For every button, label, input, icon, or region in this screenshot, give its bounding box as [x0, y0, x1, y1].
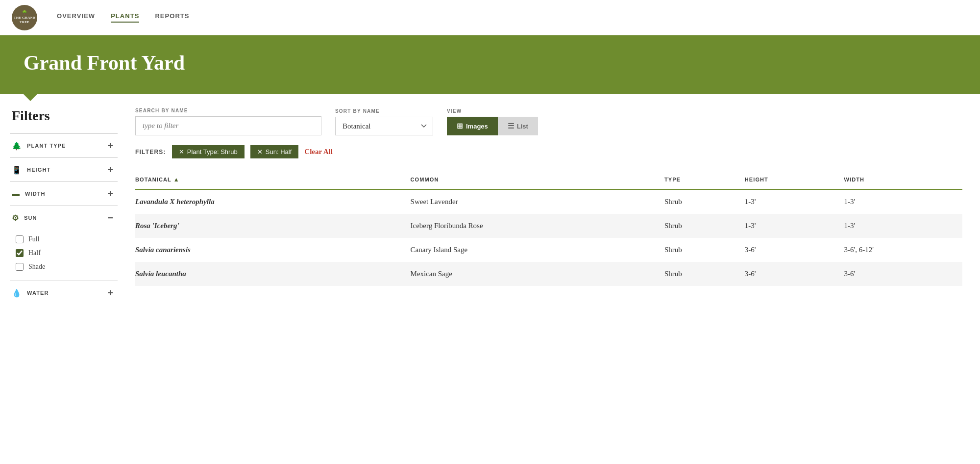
sun-full-option[interactable]: Full [16, 232, 114, 246]
sun-full-label: Full [28, 235, 40, 243]
cell-type: Shrub [664, 189, 745, 214]
view-list-label: List [517, 123, 528, 130]
sun-shade-option[interactable]: Shade [16, 260, 114, 274]
search-label: Search By Name [135, 108, 321, 113]
sun-label: Sun [24, 215, 37, 221]
nav-bar: 🌳THE GRAND TREE Overview Plants Reports [0, 0, 980, 35]
cell-botanical: Salvia canariensis [135, 238, 411, 262]
sun-shade-checkbox[interactable] [16, 263, 24, 271]
view-buttons: ⊞ Images ☰ List [447, 117, 538, 135]
width-toggle[interactable]: + [107, 189, 114, 199]
sun-half-checkbox[interactable] [16, 249, 24, 257]
plant-type-icon: 🌲 [12, 141, 22, 151]
table-row[interactable]: Rosa 'Iceberg'Iceberg Floribunda RoseShr… [135, 214, 962, 238]
cell-height: 3-6' [745, 262, 844, 286]
filter-tag-plant-type-label: Plant Type: Shrub [187, 148, 238, 155]
table-body: Lavandula X heterophyllaSweet LavenderSh… [135, 189, 962, 286]
cell-width: 3-6', 6-12' [844, 238, 963, 262]
table-row[interactable]: Lavandula X heterophyllaSweet LavenderSh… [135, 189, 962, 214]
col-common-label: Common [411, 177, 439, 182]
height-toggle[interactable]: + [107, 165, 114, 175]
col-botanical[interactable]: Botanical ▲ [135, 170, 411, 189]
sun-half-label: Half [28, 249, 41, 257]
sort-select[interactable]: Botanical Common [335, 117, 433, 135]
sort-arrow-botanical: ▲ [173, 176, 180, 183]
clear-all-button[interactable]: Clear All [304, 148, 333, 156]
remove-sun-icon[interactable]: ✕ [257, 148, 263, 155]
height-label: Height [27, 167, 50, 173]
nav-link-plants[interactable]: Plants [111, 12, 139, 23]
filter-width-header[interactable]: ▬ Width + [10, 182, 118, 206]
filter-water-header[interactable]: 💧 Water + [10, 281, 118, 305]
sun-half-option[interactable]: Half [16, 246, 114, 260]
view-images-button[interactable]: ⊞ Images [447, 117, 498, 135]
table-row[interactable]: Salvia canariensisCanary Island SageShru… [135, 238, 962, 262]
height-icon: 📱 [12, 165, 22, 175]
filter-water: 💧 Water + [10, 281, 118, 305]
cell-width: 3-6' [844, 262, 963, 286]
filter-tag-sun[interactable]: ✕ Sun: Half [250, 145, 298, 158]
table-header-row: Botanical ▲ Common Type Height Width [135, 170, 962, 189]
view-group: View ⊞ Images ☰ List [447, 108, 538, 135]
page-title: Grand Front Yard [24, 51, 956, 75]
nav-link-reports[interactable]: Reports [155, 12, 189, 23]
cell-height: 3-6' [745, 238, 844, 262]
cell-common: Iceberg Floribunda Rose [411, 214, 664, 238]
water-label: Water [27, 290, 49, 296]
cell-common: Sweet Lavender [411, 189, 664, 214]
col-type-label: Type [664, 177, 681, 182]
filter-plant-type-header[interactable]: 🌲 Plant Type + [10, 134, 118, 157]
content-area: Search By Name Sort By Name Botanical Co… [118, 108, 980, 314]
logo-text: THE GRAND TREE [14, 16, 35, 25]
cell-type: Shrub [664, 214, 745, 238]
nav-link-overview[interactable]: Overview [57, 12, 95, 23]
table-header: Botanical ▲ Common Type Height Width [135, 170, 962, 189]
search-input[interactable] [135, 116, 321, 135]
table-row[interactable]: Salvia leucanthaMexican SageShrub3-6'3-6… [135, 262, 962, 286]
view-label: View [447, 108, 538, 114]
sun-toggle[interactable]: − [107, 213, 114, 223]
sun-shade-label: Shade [28, 263, 45, 271]
grid-icon: ⊞ [457, 122, 463, 130]
width-icon: ▬ [12, 189, 20, 198]
col-type: Type [664, 170, 745, 189]
filter-sun: ⚙ Sun − Full Half Shade [10, 206, 118, 281]
filter-height: 📱 Height + [10, 157, 118, 181]
col-common: Common [411, 170, 664, 189]
sun-full-checkbox[interactable] [16, 235, 24, 243]
filter-sun-header[interactable]: ⚙ Sun − [10, 206, 118, 230]
filter-height-header[interactable]: 📱 Height + [10, 158, 118, 181]
remove-plant-type-icon[interactable]: ✕ [179, 148, 184, 155]
cell-botanical: Salvia leucantha [135, 262, 411, 286]
main-layout: Filters 🌲 Plant Type + 📱 Height + [0, 94, 980, 314]
list-icon: ☰ [508, 122, 514, 130]
sidebar: Filters 🌲 Plant Type + 📱 Height + [0, 108, 118, 314]
cell-type: Shrub [664, 262, 745, 286]
cell-width: 1-3' [844, 189, 963, 214]
filters-label: Filters: [135, 149, 166, 155]
cell-height: 1-3' [745, 189, 844, 214]
nav-links: Overview Plants Reports [57, 12, 190, 23]
sun-options: Full Half Shade [10, 230, 118, 281]
water-toggle[interactable]: + [107, 288, 114, 298]
cell-botanical: Lavandula X heterophylla [135, 189, 411, 214]
logo-image: 🌳THE GRAND TREE [12, 5, 37, 30]
sort-label: Sort By Name [335, 108, 433, 114]
cell-common: Canary Island Sage [411, 238, 664, 262]
col-width: Width [844, 170, 963, 189]
filter-tag-plant-type[interactable]: ✕ Plant Type: Shrub [172, 145, 245, 158]
cell-type: Shrub [664, 238, 745, 262]
view-list-button[interactable]: ☰ List [498, 117, 538, 135]
cell-height: 1-3' [745, 214, 844, 238]
cell-botanical: Rosa 'Iceberg' [135, 214, 411, 238]
search-group: Search By Name [135, 108, 321, 135]
col-height: Height [745, 170, 844, 189]
nav-logo: 🌳THE GRAND TREE [12, 5, 37, 30]
cell-common: Mexican Sage [411, 262, 664, 286]
plant-type-toggle[interactable]: + [107, 141, 114, 151]
col-width-label: Width [844, 177, 865, 182]
cell-width: 1-3' [844, 214, 963, 238]
col-botanical-label: Botanical [135, 177, 172, 182]
active-filters-row: Filters: ✕ Plant Type: Shrub ✕ Sun: Half… [135, 145, 962, 158]
controls-row: Search By Name Sort By Name Botanical Co… [135, 108, 962, 135]
